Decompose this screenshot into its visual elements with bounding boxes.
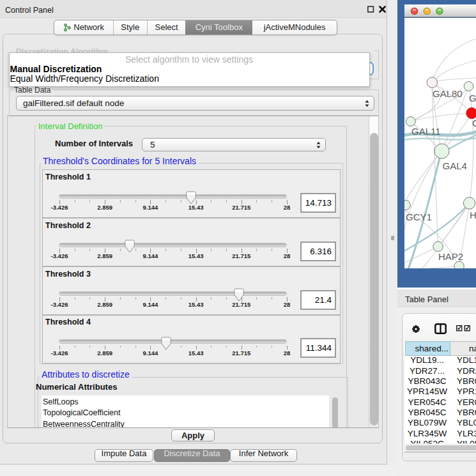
svg-text:GAL11: GAL11: [411, 126, 441, 137]
svg-text:CYC: CYC: [472, 118, 476, 128]
svg-text:GAL80: GAL80: [433, 88, 463, 99]
svg-text:HAP2: HAP2: [438, 251, 463, 262]
svg-text:GAL4: GAL4: [443, 160, 467, 171]
svg-text:GCY1: GCY1: [406, 211, 432, 222]
svg-text:GAL7: GAL7: [469, 93, 476, 104]
svg-text:HIS: HIS: [470, 210, 476, 220]
